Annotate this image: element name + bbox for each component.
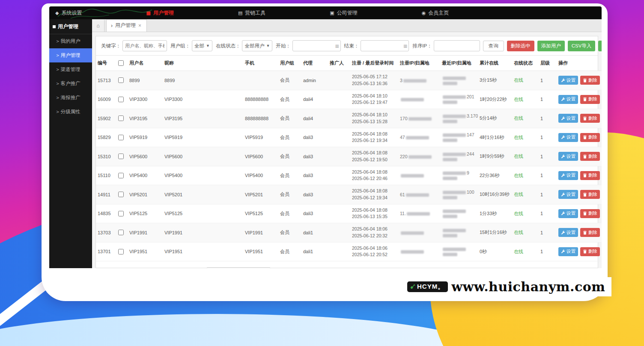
table-header-row: 编号用户名昵称手机用户组代理推广人注册 / 最后登录时间注册IP/归属地最近IP…	[96, 56, 602, 71]
row-checkbox[interactable]	[118, 115, 124, 121]
hcym-badge: HCYM。	[407, 281, 448, 292]
row-checkbox[interactable]	[118, 173, 124, 178]
ip-label: 排序IP：	[412, 43, 432, 49]
registration-time: 2025-06-05 17:12	[352, 74, 397, 80]
cell-phone: VIP5919	[243, 128, 278, 147]
sidebar-item-1[interactable]: ＞我的用户	[49, 34, 92, 48]
home-tab-icon[interactable]: ⌂	[92, 20, 104, 32]
close-icon[interactable]: ×	[138, 23, 141, 29]
start-date-label: 开始：	[276, 43, 291, 49]
settings-button[interactable]: 设置	[558, 95, 578, 104]
row-checkbox[interactable]	[118, 154, 124, 159]
row-checkbox[interactable]	[118, 230, 124, 235]
censored-ip-blur	[443, 191, 466, 194]
settings-button[interactable]: 设置	[558, 171, 578, 180]
sidebar-item-3[interactable]: ＞渠道管理	[49, 62, 92, 77]
add-user-button[interactable]: 添加用户	[537, 41, 565, 51]
censored-ip-blur	[406, 193, 429, 197]
row-checkbox[interactable]	[118, 135, 124, 140]
start-date-input[interactable]	[292, 40, 341, 51]
keyword-input[interactable]	[122, 40, 167, 51]
row-checkbox[interactable]	[118, 97, 124, 102]
csv-import-button[interactable]: CSV导入	[568, 41, 596, 51]
settings-button[interactable]: 设置	[558, 133, 578, 142]
group-select[interactable]: 全部 ▼	[192, 40, 212, 51]
last-ip-fragment: 100	[467, 189, 474, 195]
cell-phone: 888888888	[243, 90, 278, 109]
row-checkbox[interactable]	[118, 192, 124, 197]
row-checkbox[interactable]	[118, 77, 124, 83]
settings-button[interactable]: 设置	[558, 247, 578, 256]
delete-button[interactable]: 删除	[580, 228, 600, 237]
delete-button[interactable]: 删除	[580, 133, 600, 142]
registration-time: 2025-06-04 18:06	[352, 226, 397, 233]
top-navbar: ◆系统设置▦用户管理▤营销工具▣公司管理◉会员主页	[49, 6, 602, 19]
cell-level: 1	[539, 185, 557, 204]
censored-ip-blur	[443, 115, 466, 118]
calendar-icon[interactable]: ▦	[403, 44, 407, 48]
nav-item-3[interactable]: ▤营销工具	[238, 9, 265, 17]
settings-button[interactable]: 设置	[558, 114, 578, 123]
delete-button[interactable]: 删除	[580, 152, 600, 161]
delete-button[interactable]: 删除	[580, 171, 600, 180]
cell-reg-ip: 61	[398, 185, 440, 204]
page-number-select[interactable]: 1	[206, 267, 271, 268]
cell-group: 会员	[278, 147, 301, 166]
censored-ip-blur	[407, 212, 430, 216]
nav-item-2[interactable]: ▦用户管理	[146, 9, 173, 17]
status-badge: 在线	[514, 97, 523, 102]
sidebar-item-6[interactable]: ＞分级属性	[49, 105, 92, 119]
tab-user-management[interactable]: › 用户管理 ×	[106, 19, 147, 32]
sidebar-item-2[interactable]: ＞用户管理	[49, 48, 92, 62]
status-badge: 在线	[514, 154, 523, 159]
cell-promoter	[328, 128, 350, 147]
delete-button[interactable]: 删除	[580, 190, 600, 199]
column-header-online: 累计在线	[478, 56, 512, 71]
ip-input[interactable]	[434, 40, 480, 51]
shovel-icon	[409, 284, 416, 290]
settings-button[interactable]: 设置	[558, 190, 578, 199]
last-login-time: 2025-06-12 19:34	[352, 195, 397, 201]
nav-item-4[interactable]: ▣公司管理	[330, 9, 357, 17]
censored-location-blur	[443, 101, 457, 104]
cell-promoter	[328, 223, 350, 242]
sidebar-item-4[interactable]: ＞客户推广	[49, 77, 92, 91]
column-header-nickname: 昵称	[163, 56, 243, 71]
nav-item-5[interactable]: ◉会员主页	[422, 9, 449, 17]
chevron-down-icon: ▼	[266, 44, 270, 48]
delete-button[interactable]: 删除	[580, 95, 600, 104]
status-select[interactable]: 全部用户 ▼	[242, 40, 272, 51]
last-login-time: 2025-06-12 19:47	[352, 99, 397, 106]
calendar-icon[interactable]: ▦	[335, 44, 339, 48]
cell-checkbox	[115, 109, 128, 128]
settings-button[interactable]: 设置	[558, 152, 578, 161]
end-date-input[interactable]	[361, 40, 409, 51]
delete-button[interactable]: 删除	[580, 114, 600, 123]
delete-button[interactable]: 删除	[580, 247, 600, 256]
cell-ops: 设置删除	[557, 223, 602, 242]
delete-selected-button[interactable]: 删除选中	[507, 41, 534, 51]
cell-ops: 设置删除	[557, 242, 602, 261]
cell-times: 2025-06-04 18:102025-06-12 19:47	[350, 90, 398, 109]
cell-checkbox	[115, 166, 128, 185]
cell-reg-ip: 3	[398, 71, 440, 90]
export-online-button[interactable]: 在线用户导出	[598, 41, 602, 51]
select-all-checkbox[interactable]	[118, 60, 124, 66]
cell-promoter	[328, 204, 350, 223]
delete-button[interactable]: 删除	[580, 76, 600, 85]
delete-button[interactable]: 删除	[580, 209, 600, 218]
settings-button[interactable]: 设置	[558, 76, 578, 85]
row-checkbox[interactable]	[118, 249, 124, 254]
registration-time: 2025-06-04 18:08	[352, 150, 397, 157]
settings-button[interactable]: 设置	[558, 228, 578, 237]
settings-button[interactable]: 设置	[558, 209, 578, 218]
cell-phone	[243, 71, 278, 90]
search-button[interactable]: 查询	[483, 41, 504, 51]
cell-agent: dali3	[301, 147, 328, 166]
row-checkbox[interactable]	[118, 211, 124, 216]
sidebar-item-5[interactable]: ＞海报推广	[49, 91, 92, 105]
watermark-url: www.huichanym.com	[451, 279, 605, 294]
nav-item-1[interactable]: ◆系统设置	[55, 9, 82, 17]
cell-agent: dali4	[301, 90, 328, 109]
cell-level: 1	[539, 128, 557, 147]
